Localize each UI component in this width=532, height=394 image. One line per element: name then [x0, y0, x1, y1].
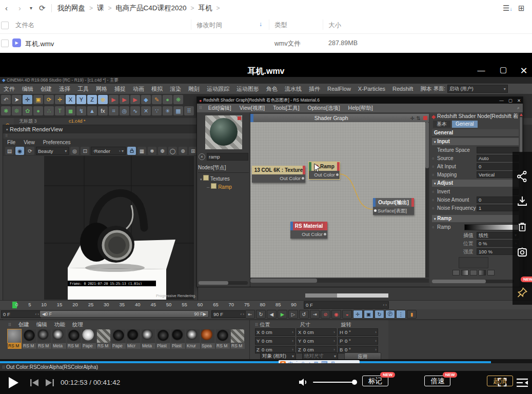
- playback-icon[interactable]: ✛: [353, 310, 363, 319]
- minimize-icon[interactable]: —: [499, 98, 504, 103]
- tab-untitled[interactable]: 无标题 3: [14, 119, 37, 124]
- material-item[interactable]: RS M: [37, 329, 51, 349]
- playback-icon[interactable]: ◀: [267, 310, 277, 319]
- playback-icon[interactable]: ↻: [256, 310, 266, 319]
- playback-icon[interactable]: ⋮: [396, 310, 406, 319]
- material-item[interactable]: RS M: [8, 329, 22, 349]
- mark-button[interactable]: 标记NEW: [362, 376, 388, 386]
- material-item[interactable]: Meta: [52, 329, 66, 349]
- group-adjust[interactable]: ▾ Adjust: [432, 180, 519, 187]
- menu-item[interactable]: 角色: [263, 84, 281, 94]
- renderview-icon[interactable]: ❆: [158, 147, 167, 155]
- toolbar-icon[interactable]: ▦: [173, 106, 183, 115]
- sort-desc-icon[interactable]: ↓: [259, 21, 262, 28]
- toolbar-icon[interactable]: ▶: [120, 95, 129, 104]
- volume-handle[interactable]: [352, 380, 357, 385]
- playback-icon[interactable]: Ⓟ: [385, 310, 395, 319]
- toolbar-icon[interactable]: ▲: [87, 106, 97, 115]
- column-type[interactable]: 类型: [274, 21, 287, 30]
- menu-item[interactable]: Tools[工具]: [269, 105, 303, 112]
- renderview-titlebar[interactable]: ▪ Redshift RenderView: [3, 125, 198, 133]
- toolbar-icon[interactable]: ▶: [109, 95, 119, 104]
- anim-dot[interactable]: ○: [432, 173, 437, 176]
- toolbar-icon[interactable]: X: [66, 95, 75, 104]
- toolbar-icon[interactable]: ⠿: [184, 106, 194, 115]
- playback-icon[interactable]: ▶: [278, 310, 287, 319]
- material-preview[interactable]: [205, 115, 242, 149]
- coord-field[interactable]: Y0 cm›: [297, 337, 337, 345]
- material-thumbnail[interactable]: [23, 329, 36, 343]
- toolbar-icon[interactable]: ⟳: [44, 95, 54, 104]
- menu-item[interactable]: RealFlow: [324, 84, 354, 94]
- material-thumbnail[interactable]: [37, 329, 51, 343]
- toolbar-icon[interactable]: ∵: [152, 106, 162, 115]
- menu-item[interactable]: File: [7, 140, 15, 145]
- shader-titlebar[interactable]: ● Redshift Shader Graph[Redshift 着色器图表] …: [197, 97, 523, 104]
- preset-icon[interactable]: [487, 270, 495, 275]
- maximize-icon[interactable]: ▢: [508, 98, 513, 103]
- forward-icon[interactable]: ›: [18, 0, 21, 16]
- toolbar-icon[interactable]: ●: [33, 106, 43, 115]
- menu-item[interactable]: 工具: [74, 84, 92, 94]
- group-input[interactable]: ▾ Input: [432, 138, 519, 145]
- playlist-icon[interactable]: [516, 378, 529, 390]
- menu-item[interactable]: 纹理: [72, 321, 83, 328]
- h-scrollbar[interactable]: [199, 281, 248, 285]
- menu-item[interactable]: 渲染: [166, 84, 185, 94]
- playback-icon[interactable]: ↺: [299, 310, 309, 319]
- menu-item[interactable]: 模拟: [148, 84, 166, 94]
- material-item[interactable]: Pape: [82, 329, 96, 349]
- playback-icon[interactable]: ▷: [288, 310, 298, 319]
- menu-item[interactable]: 雕刻: [185, 84, 203, 94]
- grid-view-icon[interactable]: ⊞: [518, 0, 525, 16]
- material-item[interactable]: Meta: [142, 329, 155, 349]
- menu-item[interactable]: 创建: [18, 321, 29, 328]
- menu-item[interactable]: 功能: [54, 321, 65, 328]
- renderview-icon[interactable]: ▦: [137, 147, 146, 155]
- pan-icon[interactable]: ✛: [409, 115, 415, 121]
- renderview-icon[interactable]: ⊕: [179, 147, 187, 155]
- speed-button[interactable]: 倍速NEW: [424, 376, 450, 386]
- toolbar-icon[interactable]: Z: [87, 95, 97, 104]
- share-icon[interactable]: [516, 170, 528, 183]
- pin-icon[interactable]: [516, 286, 528, 299]
- toolbar-icon[interactable]: ❊: [12, 106, 22, 115]
- close-icon[interactable]: ✕: [517, 65, 530, 76]
- playback-icon[interactable]: ↻: [375, 310, 384, 319]
- preset-icon[interactable]: [479, 270, 486, 275]
- screenshot-icon[interactable]: [516, 246, 528, 259]
- material-thumbnail[interactable]: [127, 329, 140, 343]
- menu-item[interactable]: 动画: [129, 84, 148, 94]
- toolbar-icon[interactable]: ✱: [1, 106, 11, 115]
- search-input[interactable]: [207, 153, 248, 161]
- next-icon[interactable]: [44, 378, 54, 389]
- fullscreen-icon[interactable]: [496, 377, 508, 390]
- menu-item[interactable]: 网格: [92, 84, 111, 94]
- anim-dot[interactable]: ○: [432, 198, 437, 202]
- material-thumbnail[interactable]: [8, 329, 21, 343]
- toolbar-icon[interactable]: Y: [76, 95, 86, 104]
- ramp-gradient[interactable]: [464, 224, 519, 230]
- playback-icon[interactable]: ⊘: [321, 310, 330, 319]
- material-item[interactable]: RS M: [67, 329, 81, 349]
- history-dropdown-icon[interactable]: ▾: [30, 0, 32, 16]
- breadcrumb-item[interactable]: 课: [97, 4, 104, 13]
- playback-icon[interactable]: ▮: [407, 310, 417, 319]
- coord-field[interactable]: P0 °›: [338, 337, 378, 345]
- menu-item[interactable]: Help[帮助]: [344, 105, 377, 112]
- menu-item[interactable]: 文件: [0, 84, 18, 94]
- material-item[interactable]: Micr: [127, 329, 141, 349]
- toolbar-icon[interactable]: ✎: [152, 95, 162, 104]
- toolbar-icon[interactable]: ✿: [23, 106, 32, 115]
- object-mode-select[interactable]: 对象 (相对)▾: [260, 352, 296, 360]
- material-item[interactable]: Plast: [171, 329, 185, 349]
- material-thumbnail[interactable]: [186, 329, 200, 343]
- toolbar-icon[interactable]: ➤: [12, 95, 22, 104]
- toolbar-icon[interactable]: ⌗: [109, 106, 119, 115]
- menu-item[interactable]: 运动图形: [233, 84, 263, 94]
- preset-icon[interactable]: [461, 270, 468, 275]
- breadcrumb-item[interactable]: 耳机: [199, 4, 212, 13]
- node-output[interactable]: Output[输出] Surface[表面]: [373, 198, 414, 215]
- anim-dot[interactable]: ○: [432, 190, 437, 193]
- renderview-icon[interactable]: ▤: [5, 147, 14, 155]
